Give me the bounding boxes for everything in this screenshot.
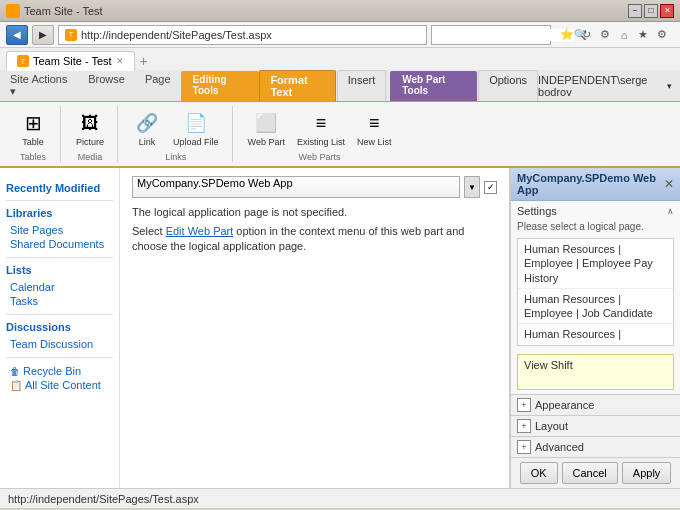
layout-label: Layout (535, 420, 568, 432)
ribbon-btn-webpart-label: Web Part (248, 137, 285, 147)
sidebar-recycle-bin-label: Recycle Bin (23, 365, 81, 377)
panel-advanced-section[interactable]: + Advanced (511, 436, 680, 457)
sidebar-team-discussion-label: Team Discussion (10, 338, 93, 350)
webpart-dropdown-row: MyCompany.SPDemo Web App ▼ ✓ (132, 176, 497, 198)
list-item-2[interactable]: Human Resources | Department (518, 324, 673, 346)
refresh-icon[interactable]: ↻ (578, 27, 594, 43)
sidebar-item-all-site-content[interactable]: 📋 All Site Content (6, 378, 113, 392)
settings-icon[interactable]: ⚙ (597, 27, 613, 43)
address-text: http://independent/SitePages/Test.aspx (81, 29, 420, 41)
sidebar-discussions-title: Discussions (6, 321, 113, 333)
sidebar-divider-2 (6, 257, 113, 258)
minimize-button[interactable]: − (628, 4, 642, 18)
list-item-0[interactable]: Human Resources | Employee | Employee Pa… (518, 239, 673, 289)
sidebar-item-site-pages[interactable]: Site Pages (6, 223, 113, 237)
webpart-select[interactable]: MyCompany.SPDemo Web App (132, 176, 460, 198)
sidebar-divider-4 (6, 357, 113, 358)
search-bar[interactable]: 🔍 (431, 25, 551, 45)
sidebar-item-shared-documents[interactable]: Shared Documents (6, 237, 113, 251)
tab-label: Team Site - Test (33, 55, 112, 67)
ribbon-btn-table[interactable]: ⊞ Table (14, 106, 52, 150)
ribbon-user-info: INDEPENDENT\serge bodrov ▾ (538, 70, 680, 101)
ribbon-btn-webpart[interactable]: ⬜ Web Part (243, 106, 290, 150)
ribbon-group-media: 🖼 Picture Media (63, 106, 118, 162)
ribbon-group-media-label: Media (78, 152, 103, 162)
panel-pages-list[interactable]: Human Resources | Employee | Employee Pa… (517, 238, 674, 346)
home-icon[interactable]: ⌂ (616, 27, 632, 43)
ribbon-btn-new-list[interactable]: ≡ New List (352, 106, 397, 150)
sidebar-lists-title: Lists (6, 264, 113, 276)
content-area: MyCompany.SPDemo Web App ▼ ✓ The logical… (120, 168, 510, 488)
cancel-button[interactable]: Cancel (562, 462, 618, 484)
ribbon-btn-existing-list[interactable]: ≡ Existing List (292, 106, 350, 150)
webpart-warning: The logical application page is not spec… (132, 206, 497, 218)
maximize-button[interactable]: □ (644, 4, 658, 18)
forward-button[interactable]: ▶ (32, 25, 54, 45)
sidebar-shared-docs-label: Shared Documents (10, 238, 104, 250)
webpart-select-value: MyCompany.SPDemo Web App (137, 177, 293, 189)
panel-layout-section[interactable]: + Layout (511, 415, 680, 436)
toolbar-icons: ⭐ ↻ ⚙ ⌂ ★ ⚙ (555, 27, 674, 43)
ribbon-group-links: 🔗 Link 📄 Upload File Links (120, 106, 233, 162)
ribbon-group-links-label: Links (165, 152, 186, 162)
favorites-icon[interactable]: ⭐ (559, 27, 575, 43)
select-dropdown-arrow[interactable]: ▼ (464, 176, 480, 198)
link-icon: 🔗 (133, 109, 161, 137)
ribbon-btn-picture-label: Picture (76, 137, 104, 147)
all-site-content-icon: 📋 (10, 380, 22, 391)
ribbon-btn-upload-file[interactable]: 📄 Upload File (168, 106, 224, 150)
sidebar-item-tasks[interactable]: Tasks (6, 294, 113, 308)
webpart-hint: Select Edit Web Part option in the conte… (132, 224, 497, 255)
ribbon-btn-link[interactable]: 🔗 Link (128, 106, 166, 150)
site-favicon: T (65, 29, 77, 41)
panel-appearance-section[interactable]: + Appearance (511, 394, 680, 415)
address-bar[interactable]: T http://independent/SitePages/Test.aspx (58, 25, 427, 45)
tab-bar: T Team Site - Test ✕ + (0, 48, 680, 70)
appearance-expand-icon[interactable]: + (517, 398, 531, 412)
ribbon-tab-site-actions[interactable]: Site Actions ▾ (0, 70, 78, 101)
ribbon-tab-insert[interactable]: Insert (337, 70, 387, 101)
layout-expand-icon[interactable]: + (517, 419, 531, 433)
ribbon-tab-options[interactable]: Options (478, 70, 538, 101)
ribbon-tab-format-text[interactable]: Format Text (259, 70, 335, 101)
webpart-checkbox[interactable]: ✓ (484, 181, 497, 194)
sidebar-site-pages-label: Site Pages (10, 224, 63, 236)
list-item-1[interactable]: Human Resources | Employee | Job Candida… (518, 289, 673, 325)
ribbon-user-chevron[interactable]: ▾ (667, 81, 672, 91)
ribbon-tab-browse[interactable]: Browse (78, 70, 135, 101)
new-list-icon: ≡ (360, 109, 388, 137)
ribbon-btn-picture[interactable]: 🖼 Picture (71, 106, 109, 150)
hint-prefix: Select (132, 225, 166, 237)
window-title: Team Site - Test (24, 5, 103, 17)
gear-icon[interactable]: ⚙ (654, 27, 670, 43)
panel-settings-chevron[interactable]: ∧ (667, 206, 674, 216)
table-icon: ⊞ (19, 109, 47, 137)
tab-close-button[interactable]: ✕ (116, 56, 124, 66)
panel-close-button[interactable]: ✕ (664, 177, 674, 191)
edit-web-part-link[interactable]: Edit Web Part (166, 225, 234, 237)
ok-button[interactable]: OK (520, 462, 558, 484)
panel-settings-section: Settings ∧ Please select a logical page. (511, 201, 680, 238)
panel-settings-label: Settings (517, 205, 557, 217)
sidebar-recently-modified-title: Recently Modified (6, 182, 113, 194)
sidebar-tasks-label: Tasks (10, 295, 38, 307)
panel-header: MyCompany.SPDemo Web App ✕ (511, 168, 680, 201)
main-area: Recently Modified Libraries Site Pages S… (0, 168, 680, 488)
back-button[interactable]: ◀ (6, 25, 28, 45)
star-icon[interactable]: ★ (635, 27, 651, 43)
new-tab-button[interactable]: + (135, 52, 153, 70)
sidebar-item-calendar[interactable]: Calendar (6, 280, 113, 294)
close-button[interactable]: ✕ (660, 4, 674, 18)
search-input[interactable] (436, 29, 574, 41)
panel-settings-title: Settings ∧ (517, 205, 674, 217)
apply-button[interactable]: Apply (622, 462, 672, 484)
panel-selected-text: View Shift (517, 354, 674, 390)
ribbon-group-tables-items: ⊞ Table (14, 106, 52, 150)
appearance-label: Appearance (535, 399, 594, 411)
browser-tab-active[interactable]: T Team Site - Test ✕ (6, 51, 135, 71)
advanced-expand-icon[interactable]: + (517, 440, 531, 454)
ribbon-tab-page[interactable]: Page (135, 70, 181, 101)
sidebar-item-team-discussion[interactable]: Team Discussion (6, 337, 113, 351)
sidebar-item-recycle-bin[interactable]: 🗑 Recycle Bin (6, 364, 113, 378)
title-bar-left: Team Site - Test (6, 4, 103, 18)
